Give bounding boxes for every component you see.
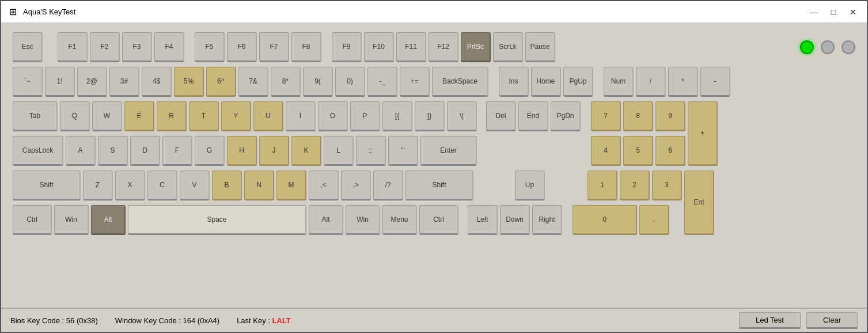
key-semicolon[interactable]: ;: <box>356 136 386 166</box>
key-c[interactable]: C <box>147 171 177 200</box>
key-backslash[interactable]: \| <box>447 101 477 131</box>
key-shift-left[interactable]: Shift <box>13 171 81 200</box>
key-quote[interactable]: '" <box>388 136 418 166</box>
key-f11[interactable]: F11 <box>396 32 426 62</box>
key-minus[interactable]: -_ <box>367 67 397 97</box>
key-win-left[interactable]: Win <box>54 205 89 235</box>
clear-button[interactable]: Clear <box>806 312 858 329</box>
key-n[interactable]: N <box>244 171 274 200</box>
key-u[interactable]: U <box>253 101 283 131</box>
key-m[interactable]: M <box>276 171 306 200</box>
key-num2[interactable]: 2 <box>620 171 650 200</box>
key-lbracket[interactable]: [{ <box>382 101 412 131</box>
key-comma[interactable]: ,< <box>309 171 339 200</box>
key-x[interactable]: X <box>115 171 145 200</box>
key-pause[interactable]: Pause <box>525 32 555 62</box>
key-s[interactable]: S <box>98 136 128 166</box>
key-p[interactable]: P <box>350 101 380 131</box>
key-numplus[interactable]: + <box>688 101 718 166</box>
key-numstar[interactable]: * <box>668 67 698 97</box>
led-test-button[interactable]: Led Test <box>739 312 801 329</box>
key-enter[interactable]: Enter <box>420 136 477 166</box>
key-up[interactable]: Up <box>515 171 545 200</box>
key-v[interactable]: V <box>180 171 210 200</box>
key-num9[interactable]: 9 <box>655 101 685 131</box>
key-home[interactable]: Home <box>531 67 561 97</box>
key-o[interactable]: O <box>318 101 348 131</box>
key-nument[interactable]: Ent <box>684 171 714 235</box>
key-2[interactable]: 2@ <box>77 67 107 97</box>
key-backtick[interactable]: `~ <box>13 67 43 97</box>
key-f3[interactable]: F3 <box>122 32 152 62</box>
key-num0[interactable]: 0 <box>573 205 637 235</box>
key-num[interactable]: Num <box>604 67 634 97</box>
key-end[interactable]: End <box>518 101 548 131</box>
key-y[interactable]: Y <box>221 101 251 131</box>
minimize-button[interactable]: — <box>806 4 822 20</box>
key-7[interactable]: 7& <box>238 67 268 97</box>
key-3[interactable]: 3# <box>109 67 139 97</box>
key-ctrl-left[interactable]: Ctrl <box>13 205 52 235</box>
key-f6[interactable]: F6 <box>227 32 257 62</box>
key-i[interactable]: I <box>286 101 316 131</box>
key-5[interactable]: 5% <box>174 67 204 97</box>
key-numslash[interactable]: / <box>636 67 666 97</box>
key-win-right[interactable]: Win <box>346 205 380 235</box>
key-num4[interactable]: 4 <box>591 136 621 166</box>
key-f12[interactable]: F12 <box>429 32 458 62</box>
key-q[interactable]: Q <box>60 101 90 131</box>
key-num6[interactable]: 6 <box>655 136 685 166</box>
key-j[interactable]: J <box>259 136 289 166</box>
key-f4[interactable]: F4 <box>154 32 184 62</box>
key-down[interactable]: Down <box>500 205 530 235</box>
key-f7[interactable]: F7 <box>259 32 289 62</box>
key-num5[interactable]: 5 <box>623 136 653 166</box>
key-alt-left[interactable]: Alt <box>91 205 126 235</box>
key-slash[interactable]: /? <box>373 171 403 200</box>
key-h[interactable]: H <box>227 136 257 166</box>
key-f1[interactable]: F1 <box>58 32 88 62</box>
key-num7[interactable]: 7 <box>591 101 621 131</box>
maximize-button[interactable]: □ <box>825 4 842 20</box>
key-equals[interactable]: += <box>400 67 430 97</box>
key-rbracket[interactable]: ]} <box>415 101 445 131</box>
key-d[interactable]: D <box>130 136 160 166</box>
key-f10[interactable]: F10 <box>364 32 394 62</box>
key-period[interactable]: .> <box>341 171 371 200</box>
key-e[interactable]: E <box>124 101 154 131</box>
key-pgdn[interactable]: PgDn <box>551 101 581 131</box>
key-del[interactable]: Del <box>486 101 516 131</box>
key-backspace[interactable]: BackSpace <box>432 67 488 97</box>
key-l[interactable]: L <box>324 136 354 166</box>
key-k[interactable]: K <box>291 136 321 166</box>
key-shift-right[interactable]: Shift <box>405 171 473 200</box>
key-numminus[interactable]: - <box>700 67 730 97</box>
key-pgup[interactable]: PgUp <box>563 67 593 97</box>
key-ctrl-right[interactable]: Ctrl <box>419 205 458 235</box>
key-r[interactable]: R <box>157 101 187 131</box>
key-f9[interactable]: F9 <box>332 32 362 62</box>
key-f8[interactable]: F8 <box>291 32 321 62</box>
key-tab[interactable]: Tab <box>13 101 58 131</box>
key-alt-right[interactable]: Alt <box>309 205 343 235</box>
key-z[interactable]: Z <box>83 171 113 200</box>
key-f2[interactable]: F2 <box>90 32 120 62</box>
key-left[interactable]: Left <box>468 205 498 235</box>
key-num3[interactable]: 3 <box>652 171 682 200</box>
key-f5[interactable]: F5 <box>195 32 225 62</box>
key-6[interactable]: 6^ <box>206 67 236 97</box>
key-1[interactable]: 1! <box>45 67 75 97</box>
key-ins[interactable]: Ins <box>499 67 529 97</box>
key-f[interactable]: F <box>162 136 192 166</box>
key-num1[interactable]: 1 <box>587 171 617 200</box>
key-t[interactable]: T <box>189 101 219 131</box>
key-9[interactable]: 9( <box>303 67 333 97</box>
close-button[interactable]: ✕ <box>845 4 861 20</box>
key-prtsc[interactable]: PrtSc <box>461 32 491 62</box>
key-a[interactable]: A <box>66 136 96 166</box>
key-space[interactable]: Space <box>128 205 306 235</box>
key-right[interactable]: Right <box>532 205 562 235</box>
key-g[interactable]: G <box>195 136 225 166</box>
key-esc[interactable]: Esc <box>13 32 43 62</box>
key-w[interactable]: W <box>92 101 122 131</box>
